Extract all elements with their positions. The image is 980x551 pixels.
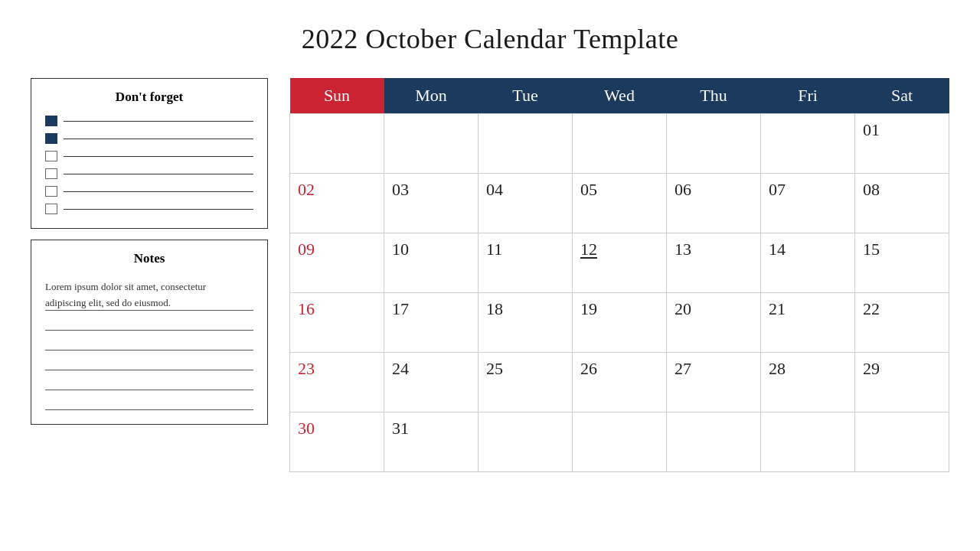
calendar-cell: 10 [384,233,479,293]
check-line [64,121,253,122]
calendar-week-row: 23 24 25 26 27 28 29 [290,353,949,412]
calendar-cell: 29 [855,353,949,412]
day-number: 08 [863,180,880,200]
day-number: 06 [675,180,691,200]
calendar-table: Sun Mon Tue Wed Thu Fri Sat [289,78,949,472]
calendar-cell: 17 [384,293,479,353]
dont-forget-title: Don't forget [45,90,253,105]
check-line [64,209,253,210]
calendar-cell [290,114,384,174]
day-number: 17 [392,299,409,319]
day-number: 01 [863,120,880,140]
day-number: 07 [769,180,786,200]
calendar-cell: 18 [479,293,573,353]
note-text: adipiscing elit, sed do eiusmod. [45,297,253,310]
check-line [64,156,253,157]
calendar-header-row: Sun Mon Tue Wed Thu Fri Sat [290,78,949,114]
day-number: 15 [863,240,880,259]
calendar-cell [573,412,667,472]
calendar-week-row: 01 [290,114,949,174]
day-number: 19 [580,299,597,319]
day-number: 16 [298,299,315,319]
note-line-item: adipiscing elit, sed do eiusmod. [45,294,253,311]
calendar-cell: 11 [479,233,573,293]
calendar-cell: 26 [573,353,667,412]
calendar-cell: 15 [855,233,949,293]
header-sat: Sat [855,78,949,114]
checkbox-empty[interactable] [45,204,57,214]
header-tue: Tue [479,78,573,114]
check-line [64,174,253,174]
calendar-cell [573,114,667,174]
checkbox-filled[interactable] [45,116,57,126]
notes-title: Notes [45,251,253,266]
calendar-week-row: 16 17 18 19 20 21 22 [290,293,949,353]
checklist-item [45,204,253,214]
day-number: 31 [392,419,409,439]
header-wed: Wed [573,78,667,114]
day-number: 05 [580,180,597,200]
checkbox-filled[interactable] [45,133,57,144]
calendar-cell [761,114,855,174]
checklist-item [45,168,253,179]
checkbox-empty[interactable] [45,186,57,197]
checklist-item [45,186,253,197]
calendar-cell: 19 [573,293,667,353]
calendar-week-row: 02 03 04 05 06 07 08 [290,174,949,233]
checklist [45,116,253,214]
calendar-cell: 21 [761,293,855,353]
calendar-cell: 24 [384,353,479,412]
calendar-cell: 30 [290,412,384,472]
header-fri: Fri [761,78,855,114]
note-text [45,337,253,350]
checkbox-empty[interactable] [45,168,57,179]
check-line [64,139,253,139]
calendar-cell: 27 [667,353,761,412]
day-number: 02 [298,180,315,200]
dont-forget-box: Don't forget [31,78,268,229]
calendar-cell: 23 [290,353,384,412]
calendar-wrap: Sun Mon Tue Wed Thu Fri Sat [289,78,949,472]
calendar-cell: 28 [761,353,855,412]
checkbox-empty[interactable] [45,151,57,161]
note-text [45,357,253,370]
calendar-cell: 06 [667,174,761,233]
day-number: 24 [392,359,409,379]
checklist-item [45,133,253,144]
calendar-cell: 22 [855,293,949,353]
day-number: 04 [486,180,503,200]
header-thu: Thu [667,78,761,114]
calendar-week-row: 30 31 [290,412,949,472]
calendar-cell: 02 [290,174,384,233]
calendar-cell [855,412,949,472]
calendar-cell [667,412,761,472]
header-mon: Mon [384,78,479,114]
calendar-cell [384,114,479,174]
day-number: 23 [298,359,315,379]
calendar-cell: 09 [290,233,384,293]
day-number: 13 [675,240,691,259]
calendar-cell [667,114,761,174]
calendar-cell [479,114,573,174]
day-number: 20 [675,299,691,319]
day-number: 03 [392,180,409,200]
day-number: 11 [486,240,502,259]
page-title: 2022 October Calendar Template [302,23,679,55]
calendar-cell: 14 [761,233,855,293]
notes-box: Notes Lorem ipsum dolor sit amet, consec… [31,240,268,425]
notes-lines: Lorem ipsum dolor sit amet, consectetur … [45,277,253,410]
calendar-cell: 08 [855,174,949,233]
note-line-item [45,373,253,390]
calendar-week-row: 09 10 11 12 13 14 15 [290,233,949,293]
calendar-cell: 05 [573,174,667,233]
checklist-item [45,151,253,161]
day-number: 25 [486,359,503,379]
calendar-cell: 12 [573,233,667,293]
day-number: 28 [769,359,786,379]
left-panel: Don't forget [31,78,268,425]
note-line-item: Lorem ipsum dolor sit amet, consectetur [45,277,253,294]
note-line-item [45,393,253,410]
day-number: 27 [675,359,691,379]
calendar-cell: 31 [384,412,479,472]
calendar-cell: 16 [290,293,384,353]
